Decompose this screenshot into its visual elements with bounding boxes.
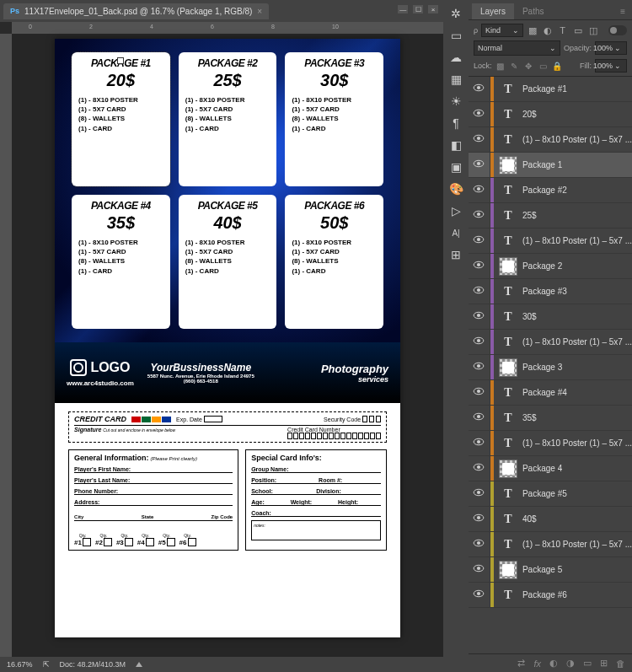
layer-row[interactable]: T Package #2	[469, 178, 632, 203]
layer-row[interactable]: T (1) – 8x10 Poster (1) – 5x7 ...	[469, 431, 632, 456]
fill-input[interactable]: 100%⌄	[595, 59, 627, 73]
layer-fx-icon[interactable]: fx	[533, 659, 541, 669]
layer-row[interactable]: T (1) – 8x10 Poster (1) – 5x7 ...	[469, 532, 632, 557]
paragraph-icon[interactable]: ¶	[446, 113, 466, 133]
trash-icon[interactable]: 🗑	[616, 659, 625, 669]
layer-name[interactable]: 20$	[522, 110, 632, 119]
lock-paint-icon[interactable]: ✎	[509, 61, 519, 71]
package-card-2[interactable]: PACKAGE #2 25$ (1) - 8X10 POSTER(1) - 5X…	[179, 52, 277, 186]
layer-row[interactable]: T 30$	[469, 304, 632, 330]
visibility-toggle[interactable]	[473, 438, 485, 449]
tab-layers[interactable]: Layers	[472, 3, 514, 19]
minimize-button[interactable]: —	[398, 5, 408, 13]
layer-name[interactable]: Package #2	[522, 185, 632, 195]
panel-menu-icon[interactable]: ≡	[613, 3, 632, 19]
layer-list[interactable]: T Package #1 T 20$ T (1) – 8x10 Poster (…	[469, 77, 632, 653]
layer-name[interactable]: Package #6	[522, 590, 632, 599]
zoom-level[interactable]: 16.67%	[7, 660, 33, 669]
layer-mask-icon[interactable]: ◐	[549, 658, 558, 669]
vertical-ruler[interactable]	[0, 34, 12, 657]
visibility-toggle[interactable]	[473, 134, 485, 146]
package-card-6[interactable]: PACKAGE #6 50$ (1) - 8X10 POSTER(1) - 5X…	[285, 195, 383, 329]
visibility-toggle[interactable]	[473, 488, 485, 500]
layer-name[interactable]: (1) – 8x10 Poster (1) – 5x7 ...	[522, 236, 632, 245]
layer-row[interactable]: T Package #6	[469, 583, 632, 608]
link-layers-icon[interactable]: ⇄	[517, 658, 525, 669]
visibility-toggle[interactable]	[473, 286, 485, 298]
package-card-5[interactable]: PACKAGE #5 40$ (1) - 8X10 POSTER(1) - 5X…	[179, 195, 277, 329]
grid-icon[interactable]: ⊞	[446, 245, 466, 265]
visibility-toggle[interactable]	[473, 311, 485, 323]
maximize-button[interactable]: ☐	[413, 5, 423, 13]
visibility-toggle[interactable]	[473, 589, 485, 601]
filter-toggle[interactable]	[608, 25, 627, 35]
visibility-toggle[interactable]	[473, 235, 485, 247]
new-layer-icon[interactable]: ⊞	[600, 658, 608, 669]
visibility-toggle[interactable]	[473, 463, 485, 475]
visibility-toggle[interactable]	[473, 109, 485, 121]
document-tab[interactable]: Ps 11X17Envelope_01_Back.psd @ 16.7% (Pa…	[3, 3, 269, 19]
layer-row[interactable]: T (1) – 8x10 Poster (1) – 5x7 ...	[469, 127, 632, 153]
layer-name[interactable]: Package 2	[522, 261, 632, 271]
lock-artboard-icon[interactable]: ▭	[538, 61, 548, 71]
visibility-toggle[interactable]	[473, 362, 485, 374]
filter-type-icon[interactable]: T	[557, 25, 568, 36]
canvas-viewport[interactable]: PACKAGE #1 20$ (1) - 8X10 POSTER(1) - 5X…	[12, 34, 443, 657]
layer-row[interactable]: T 25$	[469, 203, 632, 228]
visibility-toggle[interactable]	[473, 387, 485, 399]
layer-name[interactable]: 40$	[522, 514, 632, 524]
compass-icon[interactable]: ✲	[446, 3, 466, 24]
layer-name[interactable]: Package #3	[522, 287, 632, 296]
chevron-right-icon[interactable]	[136, 662, 142, 667]
layer-name[interactable]: Package #4	[522, 388, 632, 397]
layer-row[interactable]: T Package #1	[469, 77, 632, 102]
visibility-toggle[interactable]	[473, 210, 485, 222]
tab-paths[interactable]: Paths	[514, 3, 553, 19]
export-icon[interactable]: ⇱	[43, 660, 50, 669]
folder-icon[interactable]: ▭	[446, 25, 466, 46]
visibility-toggle[interactable]	[473, 159, 485, 171]
package-card-1[interactable]: PACKAGE #1 20$ (1) - 8X10 POSTER(1) - 5X…	[72, 52, 170, 186]
layer-name[interactable]: 30$	[522, 312, 632, 321]
visibility-toggle[interactable]	[473, 336, 485, 348]
layer-row[interactable]: Package 1	[469, 153, 632, 178]
character-icon[interactable]: A|	[446, 223, 466, 243]
layer-row[interactable]: Package 3	[469, 355, 632, 380]
layer-row[interactable]: Package 5	[469, 557, 632, 583]
layer-name[interactable]: (1) – 8x10 Poster (1) – 5x7 ...	[522, 337, 632, 347]
lock-all-icon[interactable]: 🔒	[552, 61, 562, 71]
blend-mode-select[interactable]: Normal⌄	[474, 40, 560, 56]
visibility-toggle[interactable]	[473, 539, 485, 551]
layer-name[interactable]: Package #1	[522, 84, 632, 94]
layer-name[interactable]: Package 3	[522, 363, 632, 372]
layer-name[interactable]: (1) – 8x10 Poster (1) – 5x7 ...	[522, 438, 632, 448]
new-group-icon[interactable]: ▭	[583, 658, 592, 669]
filter-smart-icon[interactable]: ◫	[587, 25, 598, 36]
package-card-3[interactable]: PACKAGE #3 30$ (1) - 8X10 POSTER(1) - 5X…	[285, 52, 383, 186]
layer-row[interactable]: Package 2	[469, 254, 632, 279]
filter-shape-icon[interactable]: ▭	[572, 25, 583, 36]
layer-name[interactable]: 35$	[522, 413, 632, 422]
layer-name[interactable]: Package 4	[522, 464, 632, 473]
play-icon[interactable]: ▷	[446, 201, 466, 221]
cloud-icon[interactable]: ☁	[446, 47, 466, 67]
layer-name[interactable]: Package 5	[522, 565, 632, 574]
layer-name[interactable]: Package 1	[522, 160, 632, 169]
close-icon[interactable]: ×	[257, 7, 262, 16]
layer-name[interactable]: (1) – 8x10 Poster (1) – 5x7 ...	[522, 135, 632, 144]
package-card-4[interactable]: PACKAGE #4 35$ (1) - 8X10 POSTER(1) - 5X…	[72, 195, 170, 329]
layer-row[interactable]: T Package #3	[469, 279, 632, 304]
lock-position-icon[interactable]: ✥	[523, 61, 533, 71]
horizontal-ruler[interactable]: 0 2 4 6 8 10	[12, 22, 443, 34]
lock-transparent-icon[interactable]: ▩	[495, 61, 505, 71]
layer-row[interactable]: T (1) – 8x10 Poster (1) – 5x7 ...	[469, 228, 632, 254]
adjustments-icon[interactable]: ☀	[446, 91, 466, 111]
layer-row[interactable]: T 35$	[469, 406, 632, 431]
layer-name[interactable]: Package #5	[522, 489, 632, 498]
filter-adjustment-icon[interactable]: ◐	[542, 25, 553, 36]
fill-adjustment-icon[interactable]: ◑	[566, 658, 575, 669]
visibility-toggle[interactable]	[473, 261, 485, 272]
visibility-toggle[interactable]	[473, 412, 485, 424]
visibility-toggle[interactable]	[473, 564, 485, 576]
box-icon[interactable]: ▣	[446, 157, 466, 177]
